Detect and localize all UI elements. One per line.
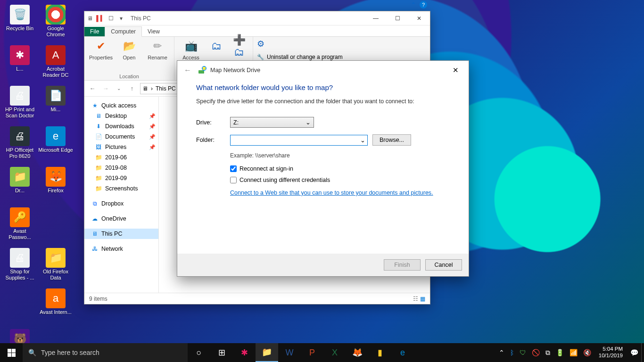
taskbar-clock[interactable]: 5:04 PM 10/1/2019	[594, 346, 627, 359]
browse-button[interactable]: Browse...	[372, 134, 411, 146]
tray-overflow-icon[interactable]: ⌃	[496, 349, 507, 356]
tray-volume-icon[interactable]: 🔇	[580, 349, 594, 356]
help-icon[interactable]: ?	[420, 1, 427, 8]
reconnect-checkbox[interactable]	[230, 165, 237, 172]
nav-pictures[interactable]: 🖼Pictures📌	[84, 142, 158, 152]
desktop-icon-google-chrome[interactable]: Google Chrome	[38, 2, 74, 42]
status-bar: 9 items ☷ ▦	[84, 293, 430, 304]
nav-folder-1[interactable]: 📁2019-06	[84, 152, 158, 163]
nav-this-pc[interactable]: 🖥This PC	[84, 229, 158, 239]
tab-file[interactable]: File	[84, 27, 105, 36]
nav-dropbox[interactable]: ⧉Dropbox	[84, 198, 158, 209]
desktop-icon-old-firefox-data[interactable]: 📁Old Firefox Data	[38, 245, 74, 286]
qat-save-icon[interactable]: ▌▍	[97, 15, 104, 22]
desktop-icon-firefox[interactable]: 🦊Firefox	[38, 164, 74, 205]
desktop-icon-label: Google Chrome	[38, 25, 73, 37]
nav-folder-2[interactable]: 📁2019-08	[84, 163, 158, 173]
dialog-titlebar[interactable]: ← Map Network Drive ✕	[177, 61, 469, 80]
view-details-icon[interactable]: ☷	[413, 296, 418, 302]
start-button[interactable]	[0, 343, 23, 362]
breadcrumb[interactable]: This PC	[156, 85, 176, 92]
ribbon-settings[interactable]: ⚙	[257, 39, 264, 49]
show-desktop-button[interactable]	[641, 343, 644, 362]
tray-bluetooth-icon[interactable]: ᛒ	[507, 349, 517, 356]
diffcreds-checkbox-row[interactable]: Connect using different credentials	[230, 177, 450, 183]
finish-button[interactable]: Finish	[384, 259, 421, 271]
mi-icon: 📄	[46, 86, 66, 106]
tray-battery-icon[interactable]: 🔋	[553, 349, 567, 356]
taskbar-app-store[interactable]: ▮	[369, 343, 391, 362]
taskbar-app-loom[interactable]: ✱	[233, 343, 256, 362]
cancel-button[interactable]: Cancel	[425, 259, 462, 271]
pin-icon: 📌	[149, 134, 156, 140]
status-text: 9 items	[89, 296, 107, 302]
diffcreds-label: Connect using different credentials	[239, 177, 330, 183]
firefox-icon: 🦊	[46, 167, 66, 187]
taskbar-app-edge[interactable]: e	[391, 343, 414, 362]
diffcreds-checkbox[interactable]	[230, 177, 237, 183]
ribbon-properties[interactable]: ✔Properties	[88, 39, 114, 60]
desktop-icon-edge[interactable]: eMicrosoft Edge	[38, 123, 74, 164]
desktop-icon-label: Recycle Bin	[6, 25, 33, 32]
taskbar-app-powerpoint[interactable]: P	[301, 343, 323, 362]
nav-downloads[interactable]: ⬇Downloads📌	[84, 121, 158, 132]
nav-desktop[interactable]: 🖥Desktop📌	[84, 111, 158, 121]
nav-forward-button[interactable]: →	[100, 83, 111, 94]
desktop-icon-loom[interactable]: ✱L...	[2, 42, 38, 83]
desktop-icon-shop-supplies[interactable]: 🖨Shop for Supplies - ...	[2, 245, 38, 286]
desktop-icon-hp-scan-doctor[interactable]: 🖨HP Print and Scan Doctor	[2, 83, 38, 123]
taskbar-app-explorer[interactable]: 📁	[256, 343, 278, 362]
nav-documents[interactable]: 📄Documents📌	[84, 132, 158, 142]
hp-scan-doctor-icon: 🖨	[10, 86, 30, 106]
nav-network[interactable]: 🖧Network	[84, 244, 158, 254]
nav-quick-access[interactable]: ★Quick access	[84, 100, 158, 111]
taskbar-app-firefox[interactable]: 🦊	[346, 343, 369, 362]
tab-view[interactable]: View	[142, 27, 165, 36]
tray-wifi-icon[interactable]: 📶	[567, 349, 580, 356]
view-icons-icon[interactable]: ▦	[420, 296, 425, 302]
desktop-icon-recycle-bin[interactable]: 🗑️Recycle Bin	[2, 2, 38, 42]
desktop-icon-dr[interactable]: 📁Dr...	[2, 164, 38, 205]
tray-security-icon[interactable]: 🛡	[517, 349, 529, 356]
desktop-icon-avast-intern[interactable]: aAvast Intern...	[38, 286, 74, 326]
nav-recent-button[interactable]: ⌄	[114, 83, 124, 94]
nav-back-button[interactable]: ←	[87, 83, 98, 94]
dialog-back-button[interactable]: ←	[181, 66, 194, 74]
nav-onedrive[interactable]: ☁OneDrive	[84, 214, 158, 224]
minimize-button[interactable]: —	[365, 11, 387, 25]
svg-rect-3	[8, 349, 11, 353]
taskbar-app-excel[interactable]: X	[323, 343, 346, 362]
nav-pane: ★Quick access 🖥Desktop📌 ⬇Downloads📌 📄Doc…	[84, 97, 159, 293]
maximize-button[interactable]: ☐	[387, 11, 408, 25]
desktop-icon-mi[interactable]: 📄Mi...	[38, 83, 74, 123]
action-center-icon[interactable]: 💬	[627, 349, 641, 356]
ribbon-rename[interactable]: ✏Rename	[145, 39, 170, 60]
nav-folder-4[interactable]: 📁Screenshots	[84, 183, 158, 194]
nav-folder-3[interactable]: 📁2019-09	[84, 173, 158, 183]
nav-up-button[interactable]: ↑	[127, 83, 137, 94]
tab-computer[interactable]: Computer	[105, 26, 142, 37]
explorer-titlebar[interactable]: 🖥 ▌▍ ☐ ▾ This PC — ☐ ✕	[84, 11, 430, 25]
folder-input[interactable]	[232, 137, 360, 143]
desktop-icon-avast-passwords[interactable]: 🔑Avast Passwo...	[2, 205, 38, 245]
drive-select[interactable]: Z: ⌄	[230, 117, 314, 128]
reconnect-checkbox-row[interactable]: Reconnect at sign-in	[230, 165, 450, 172]
cortana-button[interactable]: ○	[188, 343, 210, 362]
connect-website-link[interactable]: Connect to a Web site that you can use t…	[230, 189, 433, 196]
qat-props-icon[interactable]: ☐	[107, 15, 115, 22]
close-button[interactable]: ✕	[408, 11, 430, 25]
search-box[interactable]: 🔍 Type here to search	[23, 343, 188, 362]
desktop-icon-label: Mi...	[51, 107, 61, 113]
folder-combobox[interactable]: ⌄	[230, 135, 368, 146]
dialog-close-button[interactable]: ✕	[446, 66, 465, 74]
taskview-button[interactable]: ⊞	[210, 343, 233, 362]
taskbar-app-word[interactable]: W	[278, 343, 301, 362]
tray-dropbox-icon[interactable]: ⧉	[543, 349, 553, 357]
ribbon-open[interactable]: 📂Open	[116, 39, 142, 60]
desktop-icon-acrobat-reader[interactable]: AAcrobat Reader DC	[38, 42, 74, 83]
ribbon-uninstall[interactable]: 🔧Uninstall or change a program	[257, 54, 343, 60]
desktop-icon-hp-officejet[interactable]: 🖨HP Officejet Pro 8620	[2, 123, 38, 164]
qat-dropdown-icon[interactable]: ▾	[117, 15, 125, 22]
tray-network-icon[interactable]: 🚫	[529, 349, 543, 356]
ribbon-collapse-icon[interactable]: ⌃	[411, 1, 416, 8]
